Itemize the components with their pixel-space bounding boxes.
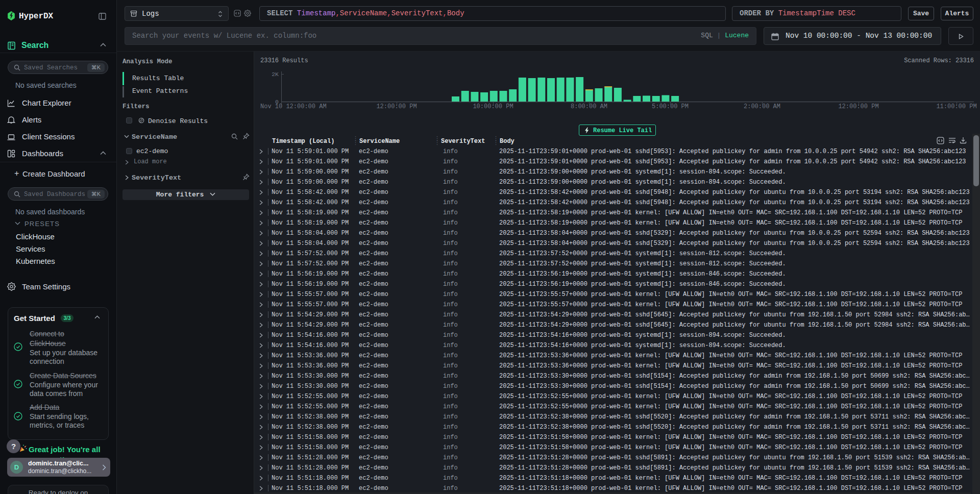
svg-text:Nov 10 12:00:00 AM: Nov 10 12:00:00 AM: [260, 103, 327, 110]
svg-text:11:00:00 PM: 11:00:00 PM: [936, 103, 976, 110]
svg-text:2:00:00 AM: 2:00:00 AM: [744, 103, 780, 110]
svg-text:10:00:00 PM: 10:00:00 PM: [473, 103, 513, 110]
svg-text:5:00:00 PM: 5:00:00 PM: [652, 103, 689, 110]
svg-text:2K: 2K: [272, 71, 279, 78]
svg-text:12:00:00 PM: 12:00:00 PM: [376, 103, 416, 110]
svg-text:8:00:00 AM: 8:00:00 AM: [571, 103, 607, 110]
svg-text:12:00:00 PM: 12:00:00 PM: [838, 103, 878, 110]
